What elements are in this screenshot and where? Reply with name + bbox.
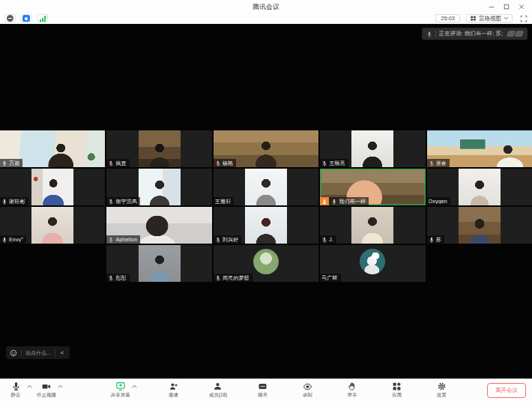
shield-icon — [22, 15, 30, 22]
toolbar-item-wrap: 录制 — [297, 382, 317, 399]
toolbar-label: 共享屏幕 — [111, 392, 130, 399]
invite-icon — [169, 382, 178, 391]
window-title: 腾讯会议 — [253, 2, 279, 12]
participant-name-chip: Oxygen — [427, 197, 450, 205]
mic-icon — [11, 382, 21, 391]
chat-quick-bar[interactable]: 说点什么... < — [6, 346, 70, 359]
participant-video — [245, 207, 287, 244]
video-tile[interactable]: 疯豆 — [106, 130, 211, 167]
toolbar-item-wrap: 设置 — [432, 382, 451, 399]
toolbar-label: 成员(18) — [209, 392, 228, 399]
apps-icon — [392, 382, 402, 391]
mic-muted-icon — [215, 275, 221, 281]
video-tile[interactable]: 王雅轩 — [214, 169, 318, 205]
mic-muted-icon — [108, 275, 114, 281]
view-mode-button[interactable]: 宫格视图 — [466, 14, 513, 22]
participant-name: 万超 — [9, 160, 19, 167]
video-tile[interactable]: 王顺亮 — [320, 130, 425, 167]
participant-name-chip: 王顺亮 — [320, 159, 348, 167]
video-stage: 正在讲话: 我们布一样; 苏; 万超 疯豆 杨艳 王顺亮 张睿 — [0, 25, 532, 379]
toolbar-item-wrap: 应用 — [387, 382, 407, 399]
chat-input-placeholder[interactable]: 说点什么... — [25, 349, 51, 357]
close-button[interactable] — [514, 0, 529, 13]
mic-on-icon — [429, 237, 435, 243]
security-button[interactable] — [20, 14, 32, 22]
chat-icon — [258, 382, 267, 391]
maximize-button[interactable] — [499, 0, 514, 13]
meeting-info-bar: 25:03 宫格视图 — [0, 13, 532, 24]
participant-name-chip: 彤彤 — [106, 274, 129, 282]
toolbar-label: 录制 — [303, 392, 312, 399]
participant-name: 杨艳 — [223, 160, 233, 167]
toolbar-button-mic[interactable]: 静音 — [6, 382, 25, 399]
participant-name-chip: 周尺的梦想 — [214, 274, 253, 282]
video-tile[interactable]: 万超 — [0, 130, 105, 167]
toolbar-button-invite[interactable]: 邀请 — [163, 382, 183, 399]
toolbar-button-chat[interactable]: 聊天 — [253, 382, 273, 399]
mic-muted-icon — [321, 237, 327, 243]
mic-muted-icon — [215, 160, 221, 166]
video-tile[interactable]: 马广林 — [320, 245, 425, 282]
toolbar-left-group: 静音停止视频 — [6, 382, 64, 399]
video-tile[interactable]: 张睿 — [427, 130, 532, 167]
video-tile[interactable]: J. — [320, 207, 425, 244]
mic-muted-icon — [108, 237, 114, 243]
participant-name-chip: 我们布一样 — [320, 197, 369, 205]
meeting-timer: 25:03 — [435, 14, 460, 22]
toolbar-item-wrap: 聊天 — [253, 382, 273, 399]
collapse-chat-button[interactable]: < — [59, 349, 66, 356]
emoji-button[interactable] — [10, 349, 17, 357]
video-tile[interactable]: 彤彤 — [106, 245, 211, 282]
settings-icon — [437, 382, 447, 391]
participant-name: Aphelion — [115, 237, 137, 242]
participant-video — [139, 169, 181, 205]
participant-name: 谢桂彬 — [9, 198, 25, 205]
video-tile[interactable]: 衡宇浩凤 — [106, 169, 211, 205]
toolbar-label: 举手 — [347, 392, 357, 399]
participant-video — [351, 207, 393, 244]
leave-meeting-button[interactable]: 离开会议 — [487, 383, 526, 398]
video-tile[interactable]: 苏 — [427, 207, 532, 244]
video-tile[interactable]: 刘兴好 — [214, 207, 318, 244]
video-tile[interactable]: 周尺的梦想 — [214, 245, 318, 282]
toolbar-item-wrap: 停止视频 — [37, 382, 64, 399]
video-tile[interactable]: Aphelion — [106, 207, 211, 244]
camera-icon — [41, 382, 52, 391]
participant-name-chip: 疯豆 — [106, 159, 129, 167]
video-tile[interactable]: Envy° — [0, 207, 105, 244]
info-icon — [7, 15, 13, 22]
participant-name-chip: 王雅轩 — [214, 197, 235, 205]
fullscreen-button[interactable] — [520, 15, 528, 22]
meeting-info-button[interactable] — [4, 14, 16, 22]
toolbar-button-raise-hand[interactable]: 举手 — [342, 382, 362, 399]
video-tile[interactable]: 我们布一样 — [320, 169, 425, 205]
toolbar-center-group: 共享屏幕邀请成员(18)聊天录制举手应用设置 — [85, 382, 477, 399]
participant-name-chip: 谢桂彬 — [0, 197, 28, 205]
network-status-button[interactable] — [37, 14, 48, 22]
chevron-up-icon[interactable] — [58, 382, 63, 399]
video-tile[interactable]: Oxygen — [427, 169, 532, 205]
mic-muted-icon — [429, 160, 435, 166]
participant-video — [139, 245, 181, 282]
toolbar-button-record[interactable]: 录制 — [297, 382, 317, 399]
participant-name: 我们布一样 — [339, 198, 366, 205]
audio-wave-icon — [507, 31, 523, 37]
toolbar-button-camera[interactable]: 停止视频 — [37, 382, 56, 399]
chevron-up-icon[interactable] — [132, 382, 137, 399]
video-tile[interactable]: 杨艳 — [214, 130, 318, 167]
toolbar-button-members[interactable]: 成员(18) — [208, 382, 228, 399]
participant-video — [31, 207, 73, 244]
chevron-up-icon[interactable] — [27, 382, 32, 399]
toolbar-button-share-screen[interactable]: 共享屏幕 — [111, 382, 130, 399]
toolbar-button-settings[interactable]: 设置 — [432, 382, 451, 399]
participant-video — [31, 169, 73, 205]
video-tile[interactable]: 谢桂彬 — [0, 169, 105, 205]
minimize-button[interactable] — [484, 0, 499, 13]
participant-name: 彤彤 — [115, 274, 126, 282]
toolbar-label: 聊天 — [258, 392, 267, 399]
toolbar-button-apps[interactable]: 应用 — [387, 382, 407, 399]
participant-video — [139, 130, 181, 167]
mic-muted-icon — [215, 237, 221, 243]
mic-icon — [426, 31, 432, 37]
participant-name-chip: 马广林 — [320, 274, 341, 282]
